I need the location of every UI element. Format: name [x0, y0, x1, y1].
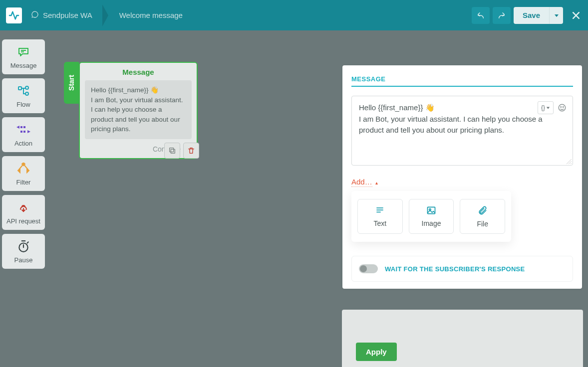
rail-action[interactable]: Action: [2, 117, 45, 152]
add-element-toggle[interactable]: Add…: [351, 178, 372, 187]
breadcrumb-flow: Welcome message: [119, 11, 183, 19]
svg-rect-12: [23, 131, 25, 133]
api-icon: [16, 200, 30, 214]
svg-rect-22: [171, 149, 175, 153]
flow-icon: [16, 84, 30, 98]
redo-button[interactable]: [493, 7, 511, 24]
svg-marker-0: [555, 14, 559, 17]
delete-button[interactable]: [183, 143, 199, 159]
apply-button[interactable]: Apply: [356, 343, 397, 361]
svg-marker-15: [18, 169, 20, 173]
add-image-tile[interactable]: Image: [409, 199, 454, 234]
svg-rect-5: [18, 87, 21, 90]
filter-icon: [16, 162, 31, 176]
svg-marker-16: [27, 169, 29, 173]
svg-marker-24: [547, 107, 550, 109]
breadcrumb: Sendpulse WA Welcome message: [31, 8, 183, 22]
svg-marker-14: [22, 163, 25, 166]
app-logo[interactable]: [6, 7, 22, 23]
svg-rect-11: [20, 131, 22, 133]
message-icon: [16, 45, 30, 59]
svg-point-6: [25, 86, 28, 89]
rail-label: Message: [10, 62, 37, 69]
save-dropdown[interactable]: [549, 7, 563, 24]
svg-point-26: [561, 107, 562, 108]
chevron-right-icon: [102, 8, 109, 22]
svg-rect-9: [20, 126, 22, 128]
start-label: Start: [67, 75, 75, 91]
svg-rect-10: [23, 126, 25, 128]
node-title: Message: [80, 63, 197, 80]
add-file-tile[interactable]: File: [460, 199, 505, 234]
message-textarea[interactable]: Hello {{first_name}} 👋 I am Bot, your vi…: [351, 96, 573, 166]
start-trigger[interactable]: Start: [64, 62, 79, 104]
svg-marker-8: [16, 126, 19, 129]
svg-line-30: [571, 163, 572, 164]
message-editor-panel: MESSAGE Hello {{first_name}} 👋 I am Bot,…: [342, 65, 582, 289]
svg-point-25: [559, 104, 566, 111]
resize-handle-icon[interactable]: [566, 158, 572, 164]
action-icon: [16, 123, 30, 137]
undo-button[interactable]: [472, 7, 490, 24]
node-preview: Hello {{first_name}} 👋 I am Bot, your vi…: [85, 80, 192, 139]
tile-label: Image: [422, 219, 441, 227]
pause-icon: [17, 239, 30, 253]
rail-message[interactable]: Message: [2, 39, 45, 74]
whatsapp-icon: [31, 10, 39, 20]
rail-pause[interactable]: Pause: [2, 234, 45, 269]
save-button[interactable]: Save: [514, 7, 549, 24]
element-rail: Message Flow Action Filter API request: [2, 39, 45, 269]
rail-flow[interactable]: Flow: [2, 78, 45, 113]
panel-section-title: MESSAGE: [351, 75, 573, 87]
wait-response-row: WAIT FOR THE SUBSCRIBER'S RESPONSE: [351, 256, 573, 282]
rail-label: Filter: [16, 179, 31, 186]
rail-label: API request: [6, 217, 40, 225]
insert-variable-button[interactable]: {}: [538, 101, 554, 114]
close-icon[interactable]: [570, 9, 582, 21]
rail-label: Flow: [16, 101, 30, 108]
rail-label: Action: [14, 140, 32, 147]
wait-response-label: WAIT FOR THE SUBSCRIBER'S RESPONSE: [385, 265, 525, 273]
caret-up-icon: ▴: [375, 180, 378, 185]
duplicate-button[interactable]: [164, 143, 180, 159]
add-element-popover: Text Image File: [351, 191, 511, 242]
svg-rect-23: [170, 148, 174, 152]
svg-line-21: [27, 242, 28, 243]
svg-point-27: [563, 107, 564, 108]
rail-api[interactable]: API request: [2, 195, 45, 230]
rail-filter[interactable]: Filter: [2, 156, 45, 191]
wait-response-toggle[interactable]: [359, 264, 378, 273]
breadcrumb-bot[interactable]: Sendpulse WA: [43, 11, 92, 19]
rail-label: Pause: [14, 256, 33, 264]
svg-marker-13: [27, 130, 30, 133]
emoji-picker-button[interactable]: [557, 102, 568, 113]
add-text-tile[interactable]: Text: [357, 199, 403, 234]
svg-rect-34: [428, 207, 435, 213]
svg-point-7: [25, 92, 28, 95]
panel-footer: Apply: [342, 310, 583, 367]
tile-label: File: [477, 220, 488, 228]
tile-label: Text: [373, 219, 386, 227]
